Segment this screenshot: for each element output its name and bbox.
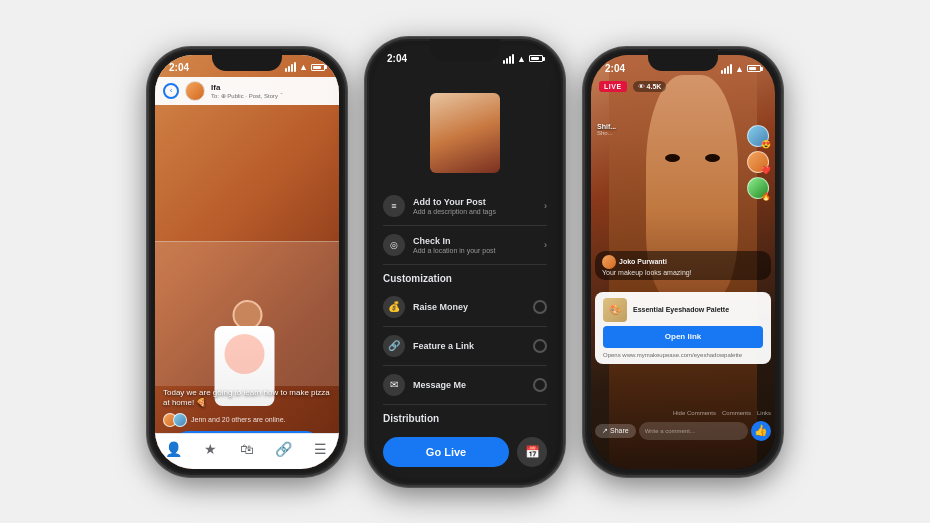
menu-raise-money[interactable]: 💰 Raise Money <box>383 288 547 327</box>
bottom-nav-left: 👤 ★ 🛍 🔗 ☰ <box>155 433 339 469</box>
section-distribution: Distribution <box>383 405 547 428</box>
battery-center <box>529 55 543 62</box>
feature-link-radio[interactable] <box>533 339 547 353</box>
battery-right <box>747 65 761 72</box>
go-live-button-center[interactable]: Go Live <box>383 437 509 467</box>
streamer-handle: Sho... <box>597 130 616 136</box>
back-button[interactable]: ‹ <box>163 83 179 99</box>
check-in-sub: Add a location in your post <box>413 247 536 254</box>
raise-money-radio[interactable] <box>533 300 547 314</box>
reaction-3: 🔥 <box>761 192 771 201</box>
chevron-add-post: › <box>544 201 547 211</box>
online-users: Jenn and 20 others are online. <box>163 413 331 427</box>
center-menu: ≡ Add to Your Post Add a description and… <box>373 187 557 429</box>
menu-message-me[interactable]: ✉ Message Me <box>383 366 547 405</box>
sidebar-avatar-1: 😍 <box>747 125 769 147</box>
post-meta: To: ⊕ Public · Post, Story ˅ <box>211 92 331 99</box>
phones-container: 2:04 ▲ <box>147 37 783 487</box>
calendar-button[interactable]: 📅 <box>517 437 547 467</box>
commenter-name: Joko Purwanti <box>619 258 667 265</box>
message-me-icon: ✉ <box>383 374 405 396</box>
live-viewers: 👁 4.5K <box>633 81 667 92</box>
nav-link[interactable]: 🔗 <box>274 439 294 459</box>
notch-right <box>648 49 718 71</box>
open-link-button[interactable]: Open link <box>603 326 763 348</box>
product-card: 🎨 Essential Eyeshadow Palette Open link … <box>595 292 771 364</box>
live-top-bar: LIVE 👁 4.5K <box>591 77 775 96</box>
streamer-info: Shif... Sho... <box>597 123 616 136</box>
screen-right: 2:04 ▲ <box>591 55 775 469</box>
menu-add-to-post[interactable]: ≡ Add to Your Post Add a description and… <box>383 187 547 226</box>
status-icons-right: ▲ <box>721 64 761 74</box>
online-text: Jenn and 20 others are online. <box>191 416 286 423</box>
check-in-icon: ◎ <box>383 234 405 256</box>
mini-avatars <box>163 413 187 427</box>
notch-left <box>212 49 282 71</box>
live-comment-area: Joko Purwanti Your makeup looks amazing! <box>595 251 771 284</box>
reaction-2: ❤️ <box>761 166 771 175</box>
message-me-radio[interactable] <box>533 378 547 392</box>
phone-center: 2:04 ▲ <box>365 37 565 487</box>
share-icon: ↗ <box>602 427 608 435</box>
status-icons-center: ▲ <box>503 54 543 64</box>
signal-left <box>285 62 296 72</box>
status-icons-left: ▲ <box>285 62 325 72</box>
product-name: Essential Eyeshadow Palette <box>633 306 729 313</box>
share-button[interactable]: ↗ Share <box>595 424 636 438</box>
add-post-title: Add to Your Post <box>413 197 536 207</box>
screen-left: 2:04 ▲ <box>155 55 339 469</box>
profile-avatar <box>185 81 205 101</box>
check-in-title: Check In <box>413 236 536 246</box>
avatar-2 <box>173 413 187 427</box>
nav-people[interactable]: 👤 <box>163 439 183 459</box>
add-post-sub: Add a description and tags <box>413 208 536 215</box>
live-tabs: Hide Comments Comments Links <box>595 410 771 416</box>
live-bottom-bar: Hide Comments Comments Links ↗ Share Wri… <box>595 410 771 441</box>
nav-star[interactable]: ★ <box>200 439 220 459</box>
feature-link-icon: 🔗 <box>383 335 405 357</box>
right-content: 2:04 ▲ <box>591 55 775 469</box>
product-url: Opens www.mymakeupease.com/eyeshadowpale… <box>603 352 763 358</box>
comment-input[interactable]: Write a comment... <box>639 422 748 440</box>
nav-menu[interactable]: ☰ <box>311 439 331 459</box>
like-button[interactable]: 👍 <box>751 421 771 441</box>
caption-text: Today we are going to learn how to make … <box>163 388 331 409</box>
menu-feature-link[interactable]: 🔗 Feature a Link <box>383 327 547 366</box>
tab-hide-comments[interactable]: Hide Comments <box>673 410 716 416</box>
tab-comments[interactable]: Comments <box>722 410 751 416</box>
raise-money-icon: 💰 <box>383 296 405 318</box>
chevron-check-in: › <box>544 240 547 250</box>
add-post-icon: ≡ <box>383 195 405 217</box>
sidebar-avatar-3: 🔥 <box>747 177 769 199</box>
streamer-name: Shif... <box>597 123 616 130</box>
live-actions-row: ↗ Share Write a comment... 👍 <box>595 421 771 441</box>
reaction-1: 😍 <box>761 140 771 149</box>
screen-center: 2:04 ▲ <box>373 45 557 479</box>
wifi-icon-center: ▲ <box>517 54 526 64</box>
left-content: ‹ Ifa To: ⊕ Public · Post, Story ˅ Today… <box>155 55 339 469</box>
sidebar-user-1: 😍 <box>747 125 769 147</box>
live-badge: LIVE <box>599 81 627 92</box>
time-left: 2:04 <box>169 62 189 73</box>
time-center: 2:04 <box>387 53 407 64</box>
tab-links[interactable]: Links <box>757 410 771 416</box>
section-customization: Customization <box>383 265 547 288</box>
nav-shop[interactable]: 🛍 <box>237 439 257 459</box>
menu-check-in[interactable]: ◎ Check In Add a location in your post › <box>383 226 547 265</box>
signal-right <box>721 64 732 74</box>
live-comment-1: Joko Purwanti Your makeup looks amazing! <box>595 251 771 280</box>
post-info: Ifa To: ⊕ Public · Post, Story ˅ <box>211 83 331 99</box>
sidebar-avatar-2: ❤️ <box>747 151 769 173</box>
battery-left <box>311 64 325 71</box>
phone-left: 2:04 ▲ <box>147 47 347 477</box>
left-hero: ‹ Ifa To: ⊕ Public · Post, Story ˅ Today… <box>155 55 339 469</box>
calendar-icon: 📅 <box>525 445 540 459</box>
feature-link-title: Feature a Link <box>413 341 525 351</box>
wifi-icon-left: ▲ <box>299 62 308 72</box>
center-bottom: Go Live 📅 <box>373 429 557 479</box>
sidebar-user-3: 🔥 <box>747 177 769 199</box>
notch-center <box>430 39 500 61</box>
phone-right: 2:04 ▲ <box>583 47 783 477</box>
signal-center <box>503 54 514 64</box>
raise-money-title: Raise Money <box>413 302 525 312</box>
